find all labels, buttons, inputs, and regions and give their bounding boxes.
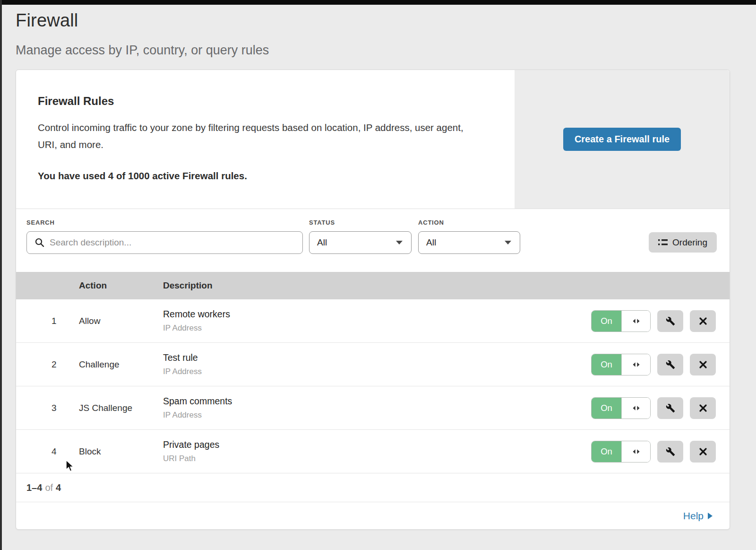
ordering-button-label: Ordering <box>672 237 707 248</box>
close-icon <box>699 404 707 412</box>
search-input[interactable] <box>50 237 295 248</box>
wrench-icon <box>666 316 675 326</box>
rule-enabled-toggle[interactable]: On <box>591 441 651 463</box>
pagination-range: 1–4 <box>26 482 42 493</box>
rule-controls: On <box>591 310 716 332</box>
rule-description-cell: Private pages URI Path <box>163 439 591 463</box>
help-link[interactable]: Help <box>683 510 713 522</box>
rule-description-cell: Remote workers IP Address <box>163 309 591 333</box>
rule-enabled-toggle[interactable]: On <box>591 354 651 375</box>
status-selected-value: All <box>317 237 327 248</box>
toggle-on-label: On <box>592 441 621 462</box>
rule-priority: 4 <box>52 446 79 457</box>
help-link-label: Help <box>683 510 704 522</box>
rule-action: Challenge <box>79 359 163 370</box>
toggle-on-label: On <box>592 311 621 332</box>
help-row: Help <box>16 502 730 529</box>
search-filter: SEARCH <box>26 219 303 254</box>
pagination-of: of <box>45 482 53 493</box>
rule-action: Allow <box>79 316 163 326</box>
pagination-total: 4 <box>56 482 61 493</box>
rules-info: Firewall Rules Control incoming traffic … <box>16 70 515 209</box>
rule-match-type: URI Path <box>163 454 591 463</box>
close-icon <box>699 360 707 369</box>
filters-bar: SEARCH STATUS All ACTION All <box>16 209 730 272</box>
toggle-arrows-icon <box>621 441 650 462</box>
action-select[interactable]: All <box>418 231 520 254</box>
action-label: ACTION <box>418 219 520 226</box>
rules-heading: Firewall Rules <box>38 95 486 108</box>
search-box[interactable] <box>26 231 303 254</box>
rule-match-type: IP Address <box>163 367 591 376</box>
rule-description: Test rule <box>163 352 591 363</box>
rule-description-cell: Spam comments IP Address <box>163 396 591 420</box>
table-row: 2 Challenge Test rule IP Address On <box>16 343 730 386</box>
toggle-on-label: On <box>592 354 621 375</box>
rule-controls: On <box>591 397 716 419</box>
create-firewall-rule-button[interactable]: Create a Firewall rule <box>563 128 681 151</box>
rule-match-type: IP Address <box>163 410 591 420</box>
ordered-list-icon <box>658 239 668 246</box>
close-icon <box>699 447 707 456</box>
rule-controls: On <box>591 354 716 375</box>
action-filter: ACTION All <box>418 219 520 254</box>
window-left-border <box>0 0 2 550</box>
page-subtitle: Manage access by IP, country, or query r… <box>16 43 756 58</box>
rule-match-type: IP Address <box>163 323 591 333</box>
wrench-icon <box>666 403 675 413</box>
rules-description: Control incoming traffic to your zone by… <box>38 119 484 153</box>
delete-rule-button[interactable] <box>690 354 716 375</box>
rule-description: Spam comments <box>163 396 591 407</box>
rule-enabled-toggle[interactable]: On <box>591 397 651 419</box>
window-top-border <box>0 0 756 5</box>
rule-enabled-toggle[interactable]: On <box>591 310 651 332</box>
table-row: 1 Allow Remote workers IP Address On <box>16 299 730 343</box>
toggle-arrows-icon <box>621 354 650 375</box>
rule-priority: 3 <box>52 403 79 413</box>
table-row: 3 JS Challenge Spam comments IP Address … <box>16 386 730 430</box>
arrow-right-icon <box>708 513 713 519</box>
close-icon <box>699 317 707 325</box>
wrench-icon <box>666 447 675 456</box>
pagination: 1–4 of 4 <box>16 473 730 502</box>
action-selected-value: All <box>426 237 436 248</box>
rule-action: JS Challenge <box>79 403 163 413</box>
delete-rule-button[interactable] <box>690 441 716 463</box>
rule-description: Private pages <box>163 439 591 450</box>
search-icon <box>34 237 45 248</box>
column-header-description: Description <box>163 280 730 291</box>
wrench-icon <box>666 360 675 369</box>
toggle-on-label: On <box>592 398 621 419</box>
rule-description-cell: Test rule IP Address <box>163 352 591 376</box>
rule-action: Block <box>79 446 163 457</box>
edit-rule-button[interactable] <box>657 354 683 375</box>
firewall-rules-card: Firewall Rules Control incoming traffic … <box>16 70 730 530</box>
create-rule-panel: Create a Firewall rule <box>515 70 730 209</box>
rule-priority: 2 <box>52 359 79 370</box>
page-header: Firewall Manage access by IP, country, o… <box>0 0 756 58</box>
edit-rule-button[interactable] <box>657 441 683 463</box>
toggle-arrows-icon <box>621 398 650 419</box>
rule-controls: On <box>591 441 716 463</box>
search-label: SEARCH <box>26 219 303 226</box>
mouse-cursor-icon <box>64 460 76 473</box>
rule-priority: 1 <box>52 316 79 326</box>
edit-rule-button[interactable] <box>657 397 683 419</box>
chevron-down-icon <box>505 241 511 244</box>
edit-rule-button[interactable] <box>657 310 683 332</box>
status-select[interactable]: All <box>309 231 412 254</box>
chevron-down-icon <box>396 241 403 244</box>
ordering-button[interactable]: Ordering <box>649 232 717 253</box>
toggle-arrows-icon <box>621 311 650 332</box>
status-filter: STATUS All <box>309 219 412 254</box>
column-header-action: Action <box>79 280 163 291</box>
rules-overview-section: Firewall Rules Control incoming traffic … <box>16 70 730 209</box>
rule-description: Remote workers <box>163 309 591 320</box>
status-label: STATUS <box>309 219 412 226</box>
delete-rule-button[interactable] <box>690 310 716 332</box>
table-row: 4 Block Private pages URI Path On <box>16 430 730 473</box>
page-title: Firewall <box>16 10 756 31</box>
rules-usage-count: You have used 4 of 1000 active Firewall … <box>38 170 486 182</box>
delete-rule-button[interactable] <box>690 397 716 419</box>
table-header: Action Description <box>16 272 730 299</box>
